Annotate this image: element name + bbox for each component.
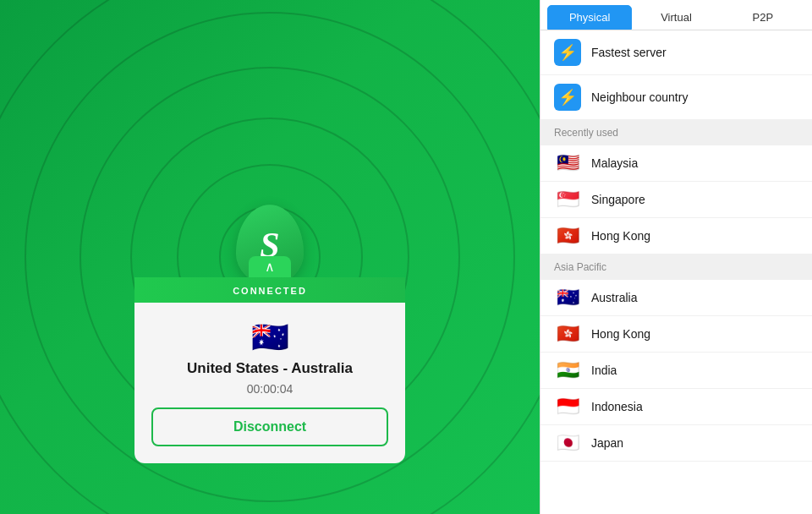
neighbour-country-item[interactable]: ⚡ Neighbour country <box>540 75 812 120</box>
tabs-bar: Physical Virtual P2P <box>540 0 812 30</box>
hong-kong-recently-flag: 🇭🇰 <box>554 227 581 245</box>
japan-flag: 🇯🇵 <box>554 434 581 452</box>
australia-label: Australia <box>591 291 637 304</box>
fastest-server-item[interactable]: ⚡ Fastest server <box>540 30 812 75</box>
bolt-icon: ⚡ <box>558 43 577 62</box>
australia-flag: 🇦🇺 <box>554 288 581 307</box>
malaysia-flag: 🇲🇾 <box>554 154 581 172</box>
asia-pacific-header: Asia Pacific <box>540 254 812 280</box>
connected-card: ∧ CONNECTED 🇦🇺 United States - Australia… <box>134 256 405 463</box>
disconnect-button[interactable]: Disconnect <box>151 407 388 446</box>
indonesia-label: Indonesia <box>591 400 643 413</box>
india-item[interactable]: 🇮🇳 India <box>540 353 812 389</box>
japan-label: Japan <box>591 436 623 450</box>
singapore-label: Singapore <box>591 193 645 206</box>
card-body: 🇦🇺 United States - Australia 00:00:04 Di… <box>134 303 405 463</box>
australia-item[interactable]: 🇦🇺 Australia <box>540 280 812 316</box>
recently-used-label: Recently used <box>554 127 618 139</box>
india-label: India <box>591 364 617 377</box>
connected-label-bar: CONNECTED <box>134 277 405 303</box>
hong-kong-recently-label: Hong Kong <box>591 229 650 243</box>
neighbour-country-icon: ⚡ <box>554 84 581 111</box>
asia-pacific-label: Asia Pacific <box>554 261 606 273</box>
tab-virtual[interactable]: Virtual <box>634 5 718 30</box>
tab-p2p[interactable]: P2P <box>721 5 805 30</box>
chevron-up[interactable]: ∧ <box>249 256 291 277</box>
connection-timer: 00:00:04 <box>247 382 294 396</box>
chevron-up-icon: ∧ <box>265 259 275 275</box>
singapore-item[interactable]: 🇸🇬 Singapore <box>540 182 812 218</box>
indonesia-flag: 🇮🇩 <box>554 397 581 416</box>
hong-kong-flag: 🇭🇰 <box>554 325 581 343</box>
malaysia-item[interactable]: 🇲🇾 Malaysia <box>540 145 812 182</box>
singapore-flag: 🇸🇬 <box>554 190 581 209</box>
country-flag: 🇦🇺 <box>251 320 289 355</box>
country-name: United States - Australia <box>187 360 353 377</box>
tab-physical-label: Physical <box>569 11 610 24</box>
malaysia-label: Malaysia <box>591 156 638 170</box>
tab-p2p-label: P2P <box>753 11 774 24</box>
tab-physical[interactable]: Physical <box>547 5 632 30</box>
fastest-server-label: Fastest server <box>591 46 667 59</box>
hong-kong-label: Hong Kong <box>591 327 650 341</box>
indonesia-item[interactable]: 🇮🇩 Indonesia <box>540 389 812 425</box>
hong-kong-item[interactable]: 🇭🇰 Hong Kong <box>540 316 812 353</box>
neighbour-country-label: Neighbour country <box>591 90 688 104</box>
left-panel: S ∧ CONNECTED 🇦🇺 United States - Austral… <box>0 0 540 514</box>
server-list: ⚡ Fastest server ⚡ Neighbour country Rec… <box>540 30 812 514</box>
india-flag: 🇮🇳 <box>554 361 581 380</box>
bolt-icon-2: ⚡ <box>558 88 577 107</box>
right-panel: Physical Virtual P2P ⚡ Fastest server ⚡ … <box>540 0 812 514</box>
japan-item[interactable]: 🇯🇵 Japan <box>540 425 812 462</box>
tab-virtual-label: Virtual <box>661 11 692 24</box>
recently-used-header: Recently used <box>540 120 812 145</box>
hong-kong-recently-item[interactable]: 🇭🇰 Hong Kong <box>540 218 812 254</box>
connected-status-label: CONNECTED <box>233 286 307 296</box>
fastest-server-icon: ⚡ <box>554 39 581 66</box>
